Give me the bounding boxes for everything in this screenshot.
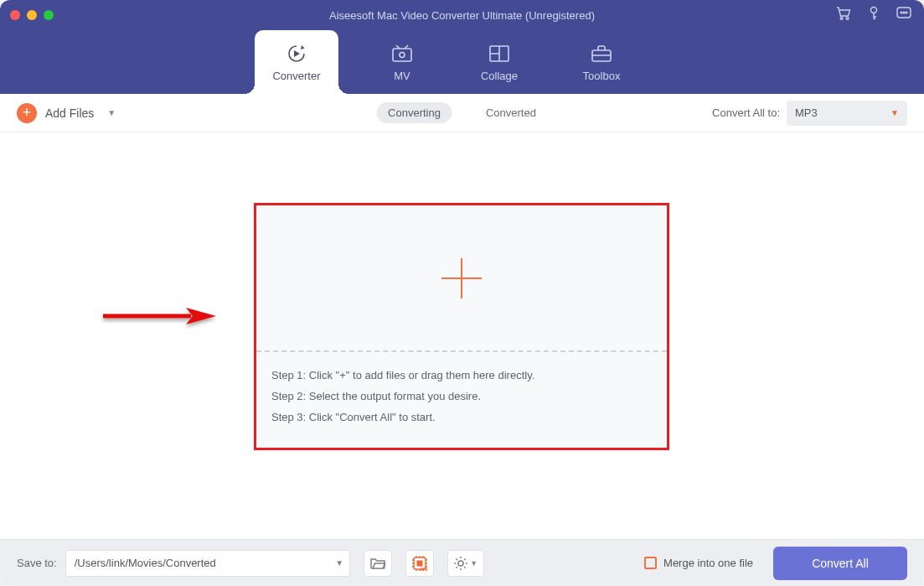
maximize-icon[interactable] <box>44 10 54 20</box>
save-path-value: /Users/link/Movies/Converted <box>75 557 216 569</box>
tab-toolbox[interactable]: Toolbox <box>568 30 635 94</box>
save-to-label: Save to: <box>17 557 57 569</box>
feedback-icon[interactable] <box>896 6 912 24</box>
main-tabs: Converter MV Collage <box>0 30 924 94</box>
svg-point-0 <box>840 18 843 20</box>
instruction-step-1: Step 1: Click "+" to add files or drag t… <box>271 369 652 381</box>
sub-toolbar: + Add Files ▼ Converting Converted Conve… <box>0 94 924 132</box>
instruction-step-3: Step 3: Click "Convert All" to start. <box>271 411 652 423</box>
svg-point-2 <box>871 8 877 13</box>
add-files-button[interactable]: + Add Files ▼ <box>17 103 116 123</box>
gear-icon <box>453 556 468 571</box>
instruction-step-2: Step 2: Select the output format you des… <box>271 390 652 402</box>
titlebar-actions <box>835 6 912 24</box>
svg-rect-14 <box>416 560 422 566</box>
tab-mv-label: MV <box>394 70 410 82</box>
svg-text:ON: ON <box>421 566 427 571</box>
svg-point-1 <box>846 18 849 20</box>
format-select[interactable]: MP3 ▼ <box>787 101 907 126</box>
tab-converter-label: Converter <box>272 70 320 82</box>
toolbox-icon <box>589 43 614 65</box>
tab-collage[interactable]: Collage <box>466 30 533 94</box>
chevron-down-icon: ▼ <box>470 559 477 568</box>
mv-icon <box>390 43 415 65</box>
chevron-down-icon[interactable]: ▼ <box>107 108 116 117</box>
svg-point-6 <box>906 12 907 13</box>
settings-button[interactable]: ▼ <box>447 550 484 577</box>
subtab-converted[interactable]: Converted <box>474 102 548 123</box>
cart-icon[interactable] <box>835 6 852 24</box>
plus-icon: + <box>17 103 37 123</box>
add-big-plus-icon[interactable] <box>441 258 482 298</box>
footer-bar: Save to: /Users/link/Movies/Converted ▼ <box>0 539 924 586</box>
chevron-down-icon: ▼ <box>890 108 899 117</box>
minimize-icon[interactable] <box>27 10 37 20</box>
collage-icon <box>487 43 512 65</box>
svg-rect-7 <box>393 49 411 61</box>
svg-point-5 <box>903 12 905 13</box>
tab-mv[interactable]: MV <box>374 30 431 94</box>
save-path-field[interactable]: /Users/link/Movies/Converted <box>65 550 333 577</box>
merge-label: Merge into one file <box>663 557 753 569</box>
convert-all-button[interactable]: Convert All <box>773 547 907 580</box>
title-bar: Aiseesoft Mac Video Converter Ultimate (… <box>0 0 924 30</box>
checkbox-icon <box>644 557 657 569</box>
save-path-dropdown[interactable]: ▼ <box>330 550 350 577</box>
traffic-lights <box>10 10 54 20</box>
gpu-accel-button[interactable]: ON <box>405 550 434 577</box>
drop-zone[interactable]: Step 1: Click "+" to add files or drag t… <box>254 203 669 450</box>
instruction-steps: Step 1: Click "+" to add files or drag t… <box>256 352 667 432</box>
folder-icon <box>369 557 386 570</box>
svg-point-28 <box>458 561 463 566</box>
convert-all-to: Convert All to: MP3 ▼ <box>712 101 907 126</box>
key-icon[interactable] <box>867 6 880 24</box>
open-folder-button[interactable] <box>364 550 392 577</box>
gpu-chip-icon: ON <box>410 555 429 572</box>
merge-checkbox[interactable]: Merge into one file <box>644 557 753 569</box>
status-tabs: Converting Converted <box>376 102 548 123</box>
tab-collage-label: Collage <box>481 70 518 82</box>
converter-icon <box>285 43 308 65</box>
tab-toolbox-label: Toolbox <box>583 70 621 82</box>
svg-point-8 <box>400 52 405 57</box>
svg-point-4 <box>901 12 902 13</box>
main-area: Step 1: Click "+" to add files or drag t… <box>0 132 924 539</box>
convert-all-to-label: Convert All to: <box>712 106 780 119</box>
close-icon[interactable] <box>10 10 20 20</box>
drop-zone-upper[interactable] <box>256 205 667 352</box>
format-select-value: MP3 <box>795 106 818 119</box>
app-window: Aiseesoft Mac Video Converter Ultimate (… <box>0 0 924 586</box>
tab-converter[interactable]: Converter <box>255 30 338 94</box>
subtab-converting[interactable]: Converting <box>376 102 452 123</box>
add-files-label: Add Files <box>45 106 94 120</box>
annotation-arrow-icon <box>99 304 225 341</box>
window-title: Aiseesoft Mac Video Converter Ultimate (… <box>329 9 595 22</box>
